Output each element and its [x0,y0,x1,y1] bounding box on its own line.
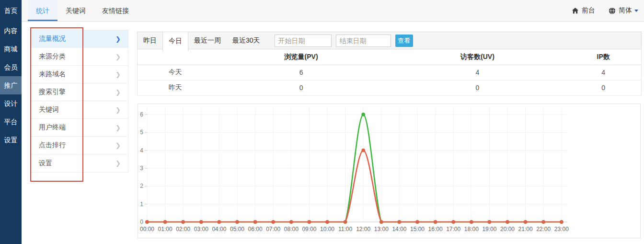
table-cell: 昨天 [138,80,213,95]
start-date-input[interactable] [275,35,332,47]
svg-text:2: 2 [140,183,143,189]
submenu-item-label: 用户终端 [39,123,66,132]
submenu-item-search-engine[interactable]: 搜索引擎❯ [31,83,128,101]
chevron-right-icon: ❯ [115,160,121,167]
svg-text:20:00: 20:00 [500,226,515,232]
nav-tab-keywords[interactable]: 关键词 [58,0,94,21]
range-tab-last-week[interactable]: 最近一周 [188,32,227,49]
table-head: 浏览量(PV)访客数(UV)IP数 [138,49,641,65]
sidebar-item-design[interactable]: 设计 [0,94,22,113]
svg-text:6: 6 [140,111,143,118]
svg-text:22:00: 22:00 [536,226,551,232]
svg-text:12:00: 12:00 [356,226,370,232]
svg-text:4: 4 [140,147,143,154]
svg-text:1: 1 [140,201,143,208]
nav-tab-statistics[interactable]: 统计 [28,0,58,21]
svg-text:03:00: 03:00 [194,226,208,232]
submenu-item-keywords[interactable]: 关键词❯ [31,101,128,119]
table-cell: 0 [389,80,565,95]
submenu-item-label: 搜索引擎 [39,88,66,96]
top-nav-right: 前台 简体 [558,0,644,21]
chevron-right-icon: ❯ [115,124,121,131]
submenu-item-label: 流量概况 [39,35,66,43]
range-tab-last-30-days[interactable]: 最近30天 [227,32,266,49]
sidebar-item-platform[interactable]: 平台 [0,113,22,131]
top-nav-tabs: 统计关键词友情链接 [28,0,137,21]
svg-text:19:00: 19:00 [482,226,496,232]
traffic-chart-panel: 012345600:0001:0002:0003:0004:0005:0006:… [138,104,641,238]
chevron-right-icon: ❯ [115,106,121,114]
svg-text:15:00: 15:00 [410,226,425,232]
table-cell: 0 [213,80,390,95]
submenu-item-settings[interactable]: 设置❯ [31,154,128,172]
submenu-item-label: 点击排行 [39,141,66,150]
front-site-label: 前台 [582,6,595,15]
svg-text:10:00: 10:00 [320,226,334,232]
svg-text:04:00: 04:00 [212,226,226,232]
sidebar-item-member[interactable]: 会员 [0,58,22,76]
range-tab-yesterday[interactable]: 昨日 [138,32,162,49]
table-row: 昨天000 [138,80,641,95]
chevron-right-icon: ❯ [115,53,121,60]
sidebar-item-content[interactable]: 内容 [0,22,22,40]
svg-text:05:00: 05:00 [230,226,244,232]
svg-text:13:00: 13:00 [374,226,389,232]
svg-text:23:00: 23:00 [554,226,569,232]
svg-text:14:00: 14:00 [392,226,406,232]
svg-text:09:00: 09:00 [302,226,316,232]
svg-text:07:00: 07:00 [266,226,280,232]
sidebar-item-settings[interactable]: 设置 [0,131,22,149]
sidebar-item-promotion[interactable]: 推广 [0,76,22,94]
submenu-item-source-category[interactable]: 来源分类❯ [31,48,128,66]
submenu-item-label: 来源分类 [39,52,66,61]
table-cell: 6 [213,65,390,80]
chevron-right-icon: ❯ [115,35,121,43]
svg-text:3: 3 [140,165,143,172]
submenu-item-label: 来路域名 [39,70,66,79]
view-button[interactable]: 查看 [395,35,413,47]
submenu-item-user-terminal[interactable]: 用户终端❯ [31,119,128,137]
table-cell: 0 [565,80,641,95]
svg-text:00:00: 00:00 [140,226,154,232]
traffic-summary-table: 浏览量(PV)访客数(UV)IP数 今天644昨天000 [137,49,642,96]
table-cell: 4 [565,65,641,80]
main-sidebar: 首页内容商城会员推广设计平台设置 [0,0,22,244]
sidebar-item-mall[interactable]: 商城 [0,40,22,58]
svg-text:18:00: 18:00 [464,226,479,232]
table-column-header: 访客数(UV) [389,49,565,65]
end-date-input[interactable] [336,35,391,47]
top-nav: 统计关键词友情链接 前台 简体 [22,0,644,22]
chevron-right-icon: ❯ [115,71,121,78]
language-dropdown[interactable]: 简体 [609,6,638,15]
svg-text:0: 0 [140,219,143,225]
svg-text:02:00: 02:00 [176,226,190,232]
svg-text:21:00: 21:00 [518,226,533,232]
sidebar-item-home[interactable]: 首页 [0,0,22,22]
range-tab-today[interactable]: 今日 [162,32,188,51]
svg-text:16:00: 16:00 [428,226,443,232]
table-column-header: IP数 [565,49,641,65]
table-column-header: 浏览量(PV) [213,49,390,65]
table-column-header [138,49,213,65]
submenu-item-label: 设置 [39,159,52,168]
submenu-item-click-ranking[interactable]: 点击排行❯ [31,137,128,154]
table-cell: 4 [389,65,565,80]
traffic-line-chart: 012345600:0001:0002:0003:0004:0005:0006:… [138,104,640,238]
table-row: 今天644 [138,65,641,80]
table-cell: 今天 [138,65,213,80]
date-range-toolbar: 昨日今日最近一周最近30天 查看 [137,32,642,49]
chevron-right-icon: ❯ [115,89,121,96]
svg-text:01:00: 01:00 [158,226,172,232]
globe-icon [609,7,616,14]
svg-text:5: 5 [140,129,143,136]
stats-submenu: 流量概况❯来源分类❯来路域名❯搜索引擎❯关键词❯用户终端❯点击排行❯设置❯ [31,30,128,173]
language-label: 简体 [619,6,632,15]
submenu-item-traffic-overview[interactable]: 流量概况❯ [31,30,128,48]
submenu-item-referrer-domain[interactable]: 来路域名❯ [31,66,128,83]
svg-text:06:00: 06:00 [248,226,263,232]
nav-tab-friend-links[interactable]: 友情链接 [94,0,137,21]
front-site-link[interactable]: 前台 [572,6,595,15]
table-body: 今天644昨天000 [138,65,641,95]
submenu-item-label: 关键词 [39,105,59,114]
svg-text:17:00: 17:00 [446,226,460,232]
